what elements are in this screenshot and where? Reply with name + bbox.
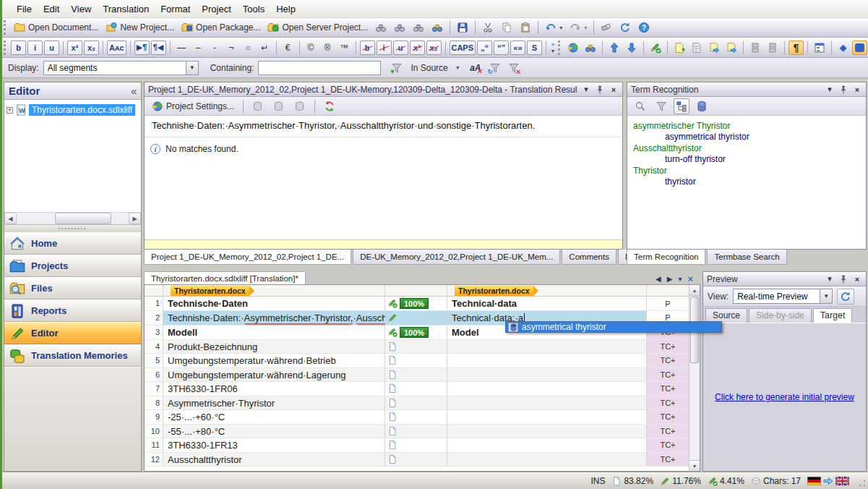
format-item-button[interactable]: „“ — [477, 41, 492, 55]
term-target[interactable]: turn-off thyristor — [665, 154, 860, 165]
clear-filter-button[interactable]: ✕ — [508, 62, 520, 74]
chevron-down-icon[interactable]: ▾ — [825, 85, 835, 94]
target-cell[interactable] — [447, 382, 647, 396]
format-item-button[interactable]: ↵ — [257, 41, 272, 55]
target-cell[interactable] — [447, 396, 647, 410]
sidebar-item-translation-memories[interactable]: Translation Memories — [4, 344, 141, 367]
tab-de-uk-memory-2012-02-project-1[interactable]: DE-UK_Memory_2012_02,Project 1_DE-UK_Mem… — [353, 250, 560, 265]
open-document-button[interactable]: Open Document... — [10, 20, 102, 35]
source-cell[interactable]: Technische·Daten — [163, 297, 385, 310]
scroll-tabs-right-icon[interactable]: ▶ — [667, 275, 673, 283]
menu-translation[interactable]: Translation — [97, 1, 155, 17]
format-item-button[interactable]: € — [280, 41, 296, 55]
generate-preview-link[interactable]: Click here to generate initial preview — [715, 392, 854, 402]
format-item-button[interactable]: «» — [510, 41, 525, 55]
tab-list-icon[interactable]: ▾ — [678, 275, 682, 283]
pin-icon[interactable] — [838, 85, 848, 95]
chevron-down-icon[interactable]: ▾ — [825, 274, 835, 284]
format-item-button[interactable]: — — [174, 41, 189, 55]
tag-view-button[interactable]: ◆ — [835, 41, 851, 55]
format-item-button[interactable]: ™ — [337, 41, 352, 55]
format-i-button[interactable]: i — [27, 41, 43, 55]
close-icon[interactable]: × — [852, 275, 862, 284]
case-sensitive-button[interactable]: aA✕ — [470, 63, 481, 73]
refresh-lookup-button[interactable] — [320, 99, 339, 114]
format-x-button[interactable]: x² — [67, 41, 82, 55]
source-cell[interactable]: Technishe·Daten:·Asymmetrischer·Thyristo… — [163, 311, 385, 325]
collapse-icon[interactable]: « — [131, 85, 137, 97]
scroll-right-icon[interactable]: ▶ — [129, 213, 141, 224]
menu-file[interactable]: File — [11, 1, 38, 17]
menu-tools[interactable]: Tools — [237, 1, 270, 17]
source-cell[interactable]: Ausschaltthyristor — [163, 453, 385, 467]
source-cell[interactable]: Modell — [163, 326, 385, 339]
target-cell[interactable] — [447, 410, 647, 424]
source-file-badge[interactable]: Thyristorarten.docx — [171, 286, 249, 296]
language-pair-indicator[interactable] — [807, 477, 849, 485]
tm-insert-button[interactable] — [249, 99, 267, 114]
target-file-badge[interactable]: Thyristorarten.docx — [455, 286, 533, 296]
refresh-filter-button[interactable]: ↻ — [489, 62, 501, 74]
paste-button[interactable] — [516, 20, 535, 35]
target-cell[interactable] — [447, 453, 647, 467]
format-item-button[interactable]: ¬ — [224, 41, 239, 55]
format-u-button[interactable]: u — [44, 41, 59, 55]
format-item-button[interactable]: © — [304, 41, 319, 55]
copy-all-source-button[interactable] — [723, 41, 739, 55]
source-cell[interactable]: -55·...·+80·°C — [163, 425, 385, 438]
cut-button[interactable] — [478, 20, 497, 35]
term-source[interactable]: Ausschaltthyristor — [633, 143, 860, 154]
next-segment-button[interactable] — [624, 41, 640, 55]
source-cell[interactable]: Umgebungstemperatur·während·Betrieb — [163, 354, 385, 367]
save-button[interactable] — [453, 20, 472, 35]
grid-vertical-scrollbar[interactable]: ▲ ▼ — [689, 285, 700, 471]
tree-item-document[interactable]: + Thyristorarten.docx.sdlxliff — [7, 104, 139, 116]
tab-term-recognition[interactable]: Term Recognition — [627, 250, 705, 265]
view-term-details-button[interactable] — [631, 99, 650, 114]
merge-segment-button[interactable] — [765, 41, 781, 55]
format-item-button[interactable]: “” — [494, 41, 509, 55]
close-icon[interactable]: × — [852, 85, 862, 94]
open-server-project-button[interactable]: Open Server Project... — [264, 20, 371, 35]
display-filter-combo[interactable]: All segments ▼ — [43, 61, 199, 75]
target-cell[interactable] — [447, 354, 647, 367]
new-project-button[interactable]: New Project... — [102, 20, 178, 35]
undo-button[interactable]: ▾ — [541, 20, 566, 35]
format-item-button[interactable]: - — [207, 41, 223, 55]
split-segment-button[interactable] — [747, 41, 763, 55]
sidebar-item-editor[interactable]: Editor — [4, 322, 141, 344]
previous-segment-button[interactable] — [606, 41, 622, 55]
concordance-search-button[interactable] — [371, 20, 390, 35]
source-concordance-button[interactable] — [390, 20, 409, 35]
project-settings-button[interactable] — [565, 41, 581, 55]
format-x-off-button[interactable]: x² — [410, 41, 425, 55]
format-caps-button[interactable]: CAPS — [450, 41, 476, 55]
scrollbar-thumb[interactable] — [55, 213, 111, 224]
show-whitespace-button[interactable]: ¶ — [788, 41, 804, 55]
format-item-button[interactable]: – — [191, 41, 206, 55]
in-source-dropdown[interactable]: In Source ▾ — [407, 61, 463, 75]
term-source[interactable]: Thyristor — [633, 166, 860, 177]
source-cell[interactable]: 3TH6330-1FR06 — [163, 382, 385, 396]
search-settings-button[interactable] — [428, 20, 447, 35]
confirm-segment-button[interactable] — [648, 41, 663, 55]
tab-project-1-de-uk-memory-2012-02[interactable]: Project 1_DE-UK_Memory_2012_02,Project 1… — [144, 250, 351, 265]
open-package-button[interactable]: Open Package... — [178, 20, 264, 35]
tab-termbase-search[interactable]: Termbase Search — [707, 250, 786, 265]
tm-lookup-button[interactable] — [270, 99, 288, 114]
source-cell[interactable]: Asymmetrischer·Thyristor — [163, 396, 385, 410]
refresh-button[interactable] — [616, 20, 635, 35]
menu-help[interactable]: Help — [270, 1, 301, 17]
scroll-up-icon[interactable]: ▲ — [689, 285, 700, 296]
target-cell[interactable] — [447, 425, 647, 438]
format-x-button[interactable]: x₂ — [84, 41, 99, 55]
sidebar-item-projects[interactable]: Projects — [4, 255, 141, 277]
toolbar-overflow-icon[interactable]: »▾ — [551, 41, 554, 54]
sidebar-item-reports[interactable]: Reports — [4, 299, 141, 322]
format-s-button[interactable]: S — [527, 41, 542, 55]
edit-comment-button[interactable] — [689, 41, 705, 55]
format-u-off-button[interactable]: u — [393, 41, 408, 55]
tree-item-label[interactable]: Thyristorarten.docx.sdlxliff — [29, 104, 135, 116]
resize-grip[interactable] — [859, 480, 866, 487]
toolbar-grip[interactable] — [4, 41, 7, 55]
